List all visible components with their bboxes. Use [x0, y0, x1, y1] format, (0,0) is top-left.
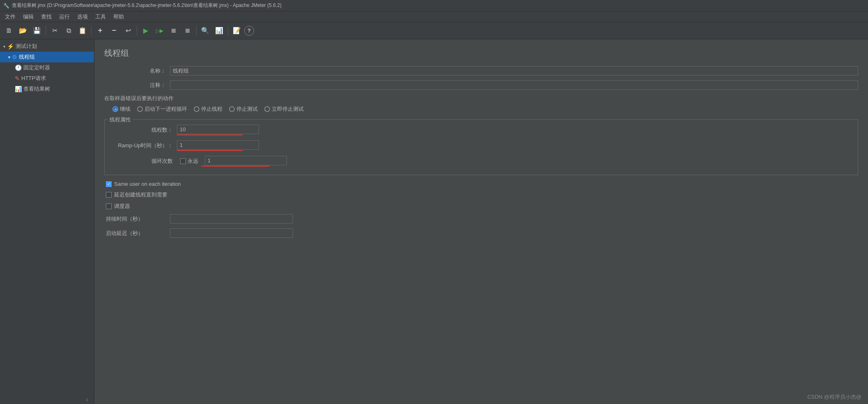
- run-button[interactable]: ▶: [139, 24, 152, 37]
- title-text: 查看结果树.jmx (D:\ProgramSoftware\apache-jme…: [12, 2, 282, 9]
- duration-row: 持续时间（秒）: [104, 214, 858, 224]
- add-button[interactable]: +: [94, 24, 107, 37]
- name-label: 名称：: [104, 67, 170, 75]
- thread-group-icon: ⚙: [12, 54, 17, 60]
- title-icon: 🔧: [3, 3, 9, 9]
- delayed-start-checkbox-item[interactable]: 延迟创建线程直到需要: [106, 191, 858, 199]
- open-button[interactable]: 📂: [16, 24, 30, 37]
- forever-wrapper: 永远: [177, 156, 287, 167]
- arrow-icon: ▾: [3, 44, 5, 49]
- stop-button[interactable]: ⏹: [167, 24, 180, 37]
- start-delay-row: 启动延迟（秒）: [104, 228, 858, 238]
- menu-options[interactable]: 选项: [74, 12, 91, 21]
- help-button[interactable]: ?: [244, 26, 254, 36]
- sidebar-item-thread-group[interactable]: ▾ ⚙ 线程组: [0, 52, 94, 62]
- name-input[interactable]: [170, 66, 858, 75]
- save-button[interactable]: 💾: [30, 24, 44, 37]
- test-plan-label: 测试计划: [16, 43, 37, 50]
- thread-props-fieldset: 线程属性 线程数： Ramp-Up时间（秒）： 循环次数: [104, 119, 858, 175]
- timer-label: 固定定时器: [23, 64, 50, 71]
- comment-row: 注释：: [104, 80, 858, 90]
- sidebar: ▾ ⚡ 测试计划 ▾ ⚙ 线程组 🕐 固定定时器 ✎ HTTP请求 📊 查看结果…: [0, 39, 94, 404]
- radio-continue-label: 继续: [120, 105, 131, 113]
- radio-stop-thread[interactable]: 停止线程: [194, 105, 222, 113]
- scheduler-checkbox[interactable]: [106, 203, 112, 209]
- radio-stop-thread-label: 停止线程: [201, 105, 222, 113]
- http-label: HTTP请求: [21, 75, 46, 82]
- error-action-label: 在取样器错误后要执行的动作: [104, 95, 858, 102]
- loop-count-input[interactable]: [205, 156, 287, 165]
- watermark: CSDN @程序员小杰@: [807, 393, 861, 401]
- duration-input[interactable]: [170, 214, 293, 224]
- radio-start-next-label: 启动下一进程循环: [144, 105, 187, 113]
- test-plan-icon: ⚡: [7, 43, 14, 50]
- start-delay-input[interactable]: [170, 228, 293, 238]
- http-icon: ✎: [15, 75, 20, 82]
- browse-button[interactable]: 🔍: [199, 24, 212, 37]
- copy-button[interactable]: ⧉: [62, 24, 75, 37]
- radio-continue[interactable]: 继续: [112, 105, 131, 113]
- radio-stop-now[interactable]: 立即停止测试: [264, 105, 304, 113]
- ramp-up-label: Ramp-Up时间（秒）：: [111, 142, 177, 149]
- toolbar: 🗎 📂 💾 ✂ ⧉ 📋 + − ↩ ▶ ▷▶ ⏹ ⏹ 🔍 📊 📝 ?: [0, 22, 868, 39]
- same-user-label: Same user on each iteration: [114, 181, 181, 187]
- content-panel: 线程组 名称： 注释： 在取样器错误后要执行的动作 继续 启动下一进程循环: [94, 39, 868, 404]
- delayed-start-checkbox[interactable]: [106, 192, 112, 198]
- cut-button[interactable]: ✂: [48, 24, 61, 37]
- menu-file[interactable]: 文件: [2, 12, 19, 21]
- run-no-pause-button[interactable]: ▷▶: [153, 24, 166, 37]
- menu-find[interactable]: 查找: [38, 12, 55, 21]
- comment-input[interactable]: [170, 80, 858, 90]
- ramp-up-row: Ramp-Up时间（秒）：: [111, 140, 851, 151]
- radio-stop-test-label: 停止测试: [236, 105, 258, 113]
- radio-stop-now-circle: [264, 106, 270, 112]
- menu-edit[interactable]: 编辑: [20, 12, 37, 21]
- ramp-up-input-wrap: [177, 140, 259, 151]
- radio-continue-circle: [112, 106, 118, 112]
- radio-start-next[interactable]: 启动下一进程循环: [137, 105, 187, 113]
- vars-button[interactable]: 📊: [213, 24, 226, 37]
- error-action-section: 在取样器错误后要执行的动作 继续 启动下一进程循环 停止线程 停止测试: [104, 95, 858, 113]
- sidebar-item-test-plan[interactable]: ▾ ⚡ 测试计划: [0, 41, 94, 52]
- radio-stop-test[interactable]: 停止测试: [229, 105, 258, 113]
- sidebar-item-timer[interactable]: 🕐 固定定时器: [0, 62, 94, 73]
- scheduler-label: 调度器: [114, 203, 130, 210]
- menu-help[interactable]: 帮助: [110, 12, 127, 21]
- main-area: ▾ ⚡ 测试计划 ▾ ⚙ 线程组 🕐 固定定时器 ✎ HTTP请求 📊 查看结果…: [0, 39, 868, 404]
- thread-count-input[interactable]: [177, 125, 259, 134]
- toolbar-sep-5: [228, 26, 228, 36]
- log-button[interactable]: 📝: [230, 24, 243, 37]
- thread-count-label: 线程数：: [111, 126, 177, 134]
- forever-checkbox-wrap[interactable]: 永远: [180, 157, 198, 165]
- watermark-text: CSDN @程序员小杰@: [807, 394, 861, 400]
- sidebar-item-http-request[interactable]: ✎ HTTP请求: [0, 73, 94, 84]
- remove-button[interactable]: −: [108, 24, 121, 37]
- thread-count-row: 线程数：: [111, 125, 851, 135]
- ramp-up-input[interactable]: [177, 140, 259, 150]
- delayed-start-label: 延迟创建线程直到需要: [114, 191, 167, 199]
- sidebar-item-result-tree[interactable]: 📊 查看结果树: [0, 84, 94, 94]
- arrow-icon-2: ▾: [8, 55, 10, 59]
- loop-count-row: 循环次数 永远: [111, 156, 851, 167]
- result-icon: 📊: [15, 86, 22, 92]
- paste-button[interactable]: 📋: [76, 24, 89, 37]
- radio-stop-test-circle: [229, 106, 235, 112]
- stop-now-button[interactable]: ⏹: [181, 24, 194, 37]
- same-user-checkbox-item[interactable]: Same user on each iteration: [106, 181, 858, 187]
- toolbar-sep-3: [137, 26, 137, 36]
- result-label: 查看结果树: [23, 85, 50, 93]
- start-delay-label: 启动延迟（秒）: [104, 230, 170, 237]
- undo-button[interactable]: ↩: [121, 24, 135, 37]
- toolbar-sep-2: [91, 26, 92, 36]
- forever-checkbox[interactable]: [180, 158, 186, 164]
- scheduler-checkbox-item[interactable]: 调度器: [106, 203, 858, 210]
- panel-title: 线程组: [104, 48, 858, 59]
- menu-run[interactable]: 运行: [56, 12, 73, 21]
- timer-icon: 🕐: [15, 64, 22, 71]
- toolbar-sep-4: [196, 26, 197, 36]
- sidebar-dots: ···: [80, 395, 94, 404]
- new-button[interactable]: 🗎: [2, 24, 16, 37]
- same-user-checkbox[interactable]: [106, 181, 112, 187]
- menu-tools[interactable]: 工具: [92, 12, 109, 21]
- loop-count-label: 循环次数: [111, 157, 177, 165]
